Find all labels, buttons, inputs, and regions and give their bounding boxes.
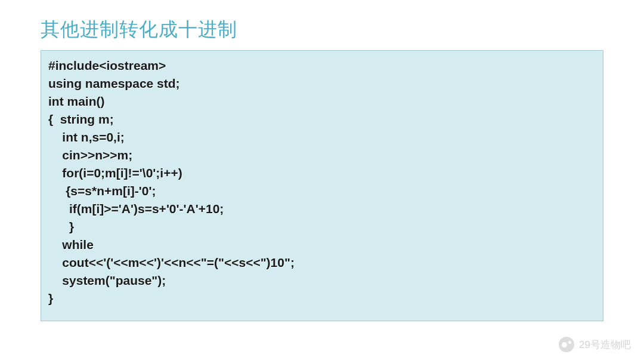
watermark-text: 29号造物吧: [579, 338, 631, 352]
code-line: while: [48, 236, 596, 254]
code-line: system("pause");: [48, 272, 596, 290]
code-line: int main(): [48, 93, 596, 110]
code-block: #include<iostream> using namespace std; …: [41, 50, 603, 321]
wechat-icon: [559, 337, 574, 352]
code-line: int n,s=0,i;: [48, 128, 596, 146]
code-line: cin>>n>>m;: [48, 146, 596, 164]
code-line: cout<<'('<<m<<')'<<n<<"=("<<s<<")10";: [48, 254, 596, 272]
code-line: }: [48, 290, 596, 307]
code-line: {s=s*n+m[i]-'0';: [48, 182, 596, 200]
code-line: if(m[i]>='A')s=s+'0'-'A'+10;: [48, 200, 596, 218]
code-line: using namespace std;: [48, 75, 596, 93]
code-line: #include<iostream>: [48, 57, 596, 75]
code-line: for(i=0;m[i]!='\0';i++): [48, 164, 596, 182]
code-line: { string m;: [48, 110, 596, 128]
watermark: 29号造物吧: [559, 337, 631, 352]
code-line: }: [48, 218, 596, 236]
slide-title: 其他进制转化成十进制: [41, 17, 237, 43]
